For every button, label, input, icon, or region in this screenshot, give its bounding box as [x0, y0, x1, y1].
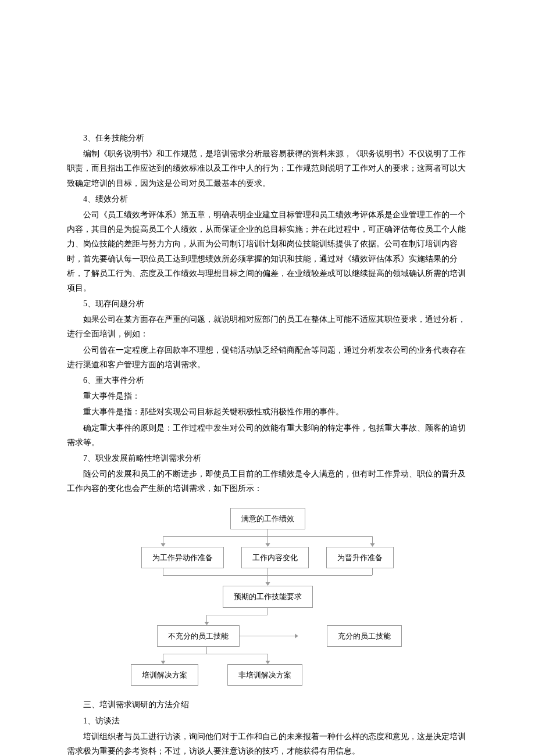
diagram-box-expected-skills: 预期的工作技能要求 [223, 586, 313, 607]
section-7-para-1: 随公司的发展和员工的不断进步，即使员工目前的工作绩效是令人满意的，但有时工作异动… [67, 467, 468, 496]
diagram-box-nontraining-solution: 非培训解决方案 [227, 664, 302, 686]
section-5-para-1: 如果公司在某方面存在严重的问题，就说明相对应部门的员工在整体上可能不适应其职位要… [67, 312, 468, 341]
diagram-box-training-solution: 培训解决方案 [131, 664, 198, 686]
section-4-title: 4、绩效分析 [67, 192, 468, 206]
section-6-para-2: 重大事件是指：那些对实现公司目标起关键积极性或消极性作用的事件。 [67, 404, 468, 419]
diagram-box-prepare-promotion: 为晋升作准备 [326, 547, 394, 568]
diagram-box-top: 满意的工作绩效 [230, 508, 305, 529]
section-6-para-1: 重大事件是指： [67, 389, 468, 403]
section-3-title: 3、任务技能分析 [67, 131, 468, 145]
diagram-connector [122, 647, 413, 664]
diagram-connector [122, 608, 413, 625]
diagram-box-prepare-transfer: 为工作异动作准备 [141, 547, 224, 568]
flowchart-diagram: 满意的工作绩效 为工作异动作准备 工作内容变化 为晋升作准备 预期的工作技能要求… [122, 508, 413, 686]
diagram-box-sufficient-skills: 充分的员工技能 [327, 625, 402, 647]
section-5-para-2: 公司曾在一定程度上存回款率不理想，促销活动缺乏经销商配合等问题，通过分析发衣公司… [67, 343, 468, 372]
section-6-para-3: 确定重大事件的原则是：工作过程中发生对公司的效能有重大影响的特定事件，包括重大事… [67, 421, 468, 450]
section-6-title: 6、重大事件分析 [67, 373, 468, 388]
method-1-title: 1、访谈法 [67, 714, 468, 728]
section-three-title: 三、培训需求调研的方法介绍 [67, 697, 468, 712]
section-7-title: 7、职业发展前略性培训需求分析 [67, 451, 468, 465]
diagram-box-insufficient-skills: 不充分的员工技能 [157, 625, 240, 647]
diagram-connector [122, 568, 413, 586]
section-3-para-1: 编制《职务说明书》和工作规范，是培训需求分析最容易获得的资料来源，《职务说明书》… [67, 146, 468, 191]
section-5-title: 5、现存问题分析 [67, 296, 468, 311]
method-1-para-1: 培训组织者与员工进行访谈，询问他们对于工作和自己的未来报着一种什么样的态度和意见… [67, 729, 468, 756]
diagram-connector [122, 529, 413, 547]
section-4-para-1: 公司《员工绩效考评体系》第五章，明确表明企业建立目标管理和员工绩效考评体系是企业… [67, 207, 468, 295]
diagram-arrow-right [272, 636, 295, 636]
diagram-box-content-change: 工作内容变化 [241, 547, 309, 568]
